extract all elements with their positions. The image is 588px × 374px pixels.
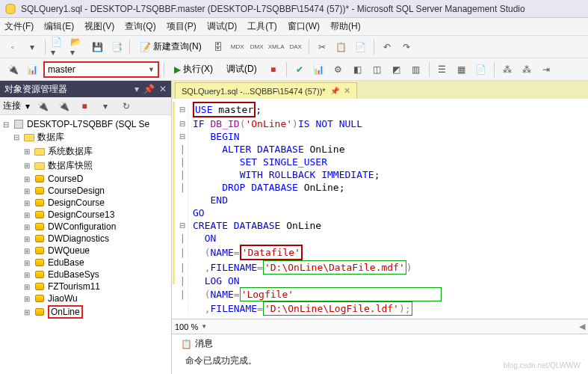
db-node[interactable]: ⊞JiaoWu (1, 292, 170, 304)
separator (374, 40, 374, 55)
db-node[interactable]: ⊞FZTourism11 (1, 280, 170, 292)
separator (129, 40, 130, 55)
system-db-folder[interactable]: ⊞ 系统数据库 (1, 144, 170, 159)
menu-tools[interactable]: 工具(T) (247, 20, 276, 33)
save-all-button[interactable]: 📑 (108, 39, 125, 55)
results-grid-button[interactable]: ▦ (454, 61, 470, 78)
pin-icon[interactable]: 📌 (330, 87, 339, 95)
connect-icon[interactable]: 🔌 (34, 98, 51, 114)
object-tree[interactable]: ⊟ DESKTOP-L7SQBBF (SQL Se ⊟ 数据库 ⊞ 系统数据库 … (0, 115, 171, 374)
undo-button[interactable]: ↶ (379, 39, 395, 55)
xmla-button[interactable]: XMLA (268, 39, 285, 55)
save-button[interactable]: 💾 (89, 39, 105, 55)
scroll-left-icon[interactable]: ◀ (579, 322, 585, 331)
databases-folder[interactable]: ⊟ 数据库 (1, 130, 170, 144)
change-connection-button[interactable]: 🔌 (4, 61, 21, 78)
separator (494, 62, 495, 77)
db-node[interactable]: ⊞DesignCourse (1, 197, 170, 209)
menu-help[interactable]: 帮助(H) (330, 20, 361, 33)
intellisense-button[interactable]: ◧ (350, 61, 366, 78)
redo-button[interactable]: ↷ (398, 39, 415, 55)
menu-window[interactable]: 窗口(W) (288, 20, 320, 33)
menu-view[interactable]: 视图(V) (84, 20, 114, 33)
window-titlebar: SQLQuery1.sql - DESKTOP-L7SQBBF.master (… (0, 0, 588, 18)
server-node[interactable]: ⊟ DESKTOP-L7SQBBF (SQL Se (1, 118, 170, 130)
editor-tab-strip: SQLQuery1.sql -...SQBBF\15474 (57))* 📌 ✕ (172, 81, 588, 99)
object-explorer-panel: 对象资源管理器 ▾ 📌 ✕ 连接▾ 🔌 🔌 ■ ▾ ↻ ⊟ DESKTOP-L7… (0, 81, 172, 374)
database-selector[interactable]: master ▼ (43, 61, 159, 78)
db-node[interactable]: ⊞DWQueue (1, 245, 170, 257)
zoom-dropdown-icon[interactable]: ▼ (201, 323, 207, 330)
paste-button[interactable]: 📄 (353, 39, 369, 55)
zoom-value[interactable]: 100 % (175, 322, 198, 331)
execute-button[interactable]: ▶ 执行(X) (169, 61, 218, 78)
object-explorer-title: 对象资源管理器 (4, 83, 67, 96)
close-icon[interactable]: ✕ (344, 86, 350, 96)
uncomment-button[interactable]: ⁂ (519, 61, 535, 78)
close-icon[interactable]: ✕ (159, 84, 167, 94)
live-stats-button[interactable]: ◩ (389, 61, 405, 78)
db-node[interactable]: ⊞DWDiagnostics (1, 233, 170, 245)
dropdown-icon[interactable]: ▾ (134, 84, 139, 94)
query-options-button[interactable]: ⚙ (330, 61, 347, 78)
separator (45, 40, 46, 55)
db-node[interactable]: ⊞DesignCourse13 (1, 209, 170, 221)
disconnect-icon[interactable]: 🔌 (55, 98, 72, 114)
new-query-button[interactable]: 📝 新建查询(N) (134, 39, 207, 55)
db-node-online[interactable]: ⊞OnLine (1, 304, 170, 319)
db-engine-query-button[interactable]: 🗄 (210, 39, 226, 55)
toolbar-main: ◦ ▾ 📄▾ 📂▾ 💾 📑 📝 新建查询(N) 🗄 MDX DMX XMLA D… (0, 36, 588, 58)
results-text-button[interactable]: ☰ (434, 61, 451, 78)
chevron-down-icon: ▼ (148, 66, 155, 73)
nav-fwd-button[interactable]: ▾ (24, 39, 40, 55)
menu-debug[interactable]: 调试(D) (207, 20, 238, 33)
db-node[interactable]: ⊞EduBase (1, 257, 170, 269)
separator (309, 40, 309, 55)
menu-file[interactable]: 文件(F) (4, 20, 34, 33)
separator (164, 62, 164, 77)
messages-tab-label: 消息 (195, 337, 213, 350)
results-file-button[interactable]: 📄 (473, 61, 489, 78)
new-button[interactable]: 📄▾ (50, 39, 66, 55)
client-stats-button[interactable]: ▥ (408, 61, 424, 78)
object-explorer-toolbar: 连接▾ 🔌 🔌 ■ ▾ ↻ (0, 97, 171, 115)
separator (429, 62, 430, 77)
stop-button[interactable]: ■ (265, 61, 282, 78)
filter-icon[interactable]: ▾ (97, 98, 114, 114)
indent-button[interactable]: ⇥ (538, 61, 554, 78)
connect-label[interactable]: 连接 (3, 99, 21, 112)
stop-icon[interactable]: ■ (76, 98, 93, 114)
copy-button[interactable]: 📋 (333, 39, 350, 55)
object-explorer-header: 对象资源管理器 ▾ 📌 ✕ (0, 81, 171, 97)
menu-query[interactable]: 查询(Q) (125, 20, 155, 33)
messages-tab[interactable]: 📋 消息 (176, 336, 217, 352)
include-plan-button[interactable]: ◫ (369, 61, 386, 78)
modified-margin (173, 102, 175, 284)
editor-tab[interactable]: SQLQuery1.sql -...SQBBF\15474 (57))* 📌 ✕ (175, 82, 357, 99)
mdx-button[interactable]: MDX (229, 39, 246, 55)
toolbar-sql: 🔌 📊 master ▼ ▶ 执行(X) 调试(D) ■ ✔ 📊 ⚙ ◧ ◫ ◩… (0, 58, 588, 81)
db-snapshot-folder[interactable]: ⊞ 数据库快照 (1, 159, 170, 173)
refresh-icon[interactable]: ↻ (118, 98, 134, 114)
db-node[interactable]: ⊞CourseD (1, 173, 170, 185)
debug-button[interactable]: 调试(D) (221, 61, 262, 78)
watermark: blog.csdn.net/QLWWW (504, 361, 581, 370)
menu-edit[interactable]: 编辑(E) (44, 20, 74, 33)
db-node[interactable]: ⊞DWConfiguration (1, 221, 170, 233)
pin-icon[interactable]: 📌 (143, 84, 155, 94)
dax-button[interactable]: DAX (288, 39, 304, 55)
editor-area: SQLQuery1.sql -...SQBBF\15474 (57))* 📌 ✕… (172, 81, 588, 374)
code-editor[interactable]: ⊟USE master; ⊟IF DB_ID('OnLine')IS NOT N… (172, 99, 588, 319)
db-node[interactable]: ⊞EduBaseSys (1, 269, 170, 280)
dmx-button[interactable]: DMX (249, 39, 265, 55)
cut-button[interactable]: ✂ (314, 39, 330, 55)
menu-project[interactable]: 项目(P) (167, 20, 196, 33)
db-node[interactable]: ⊞CourseDesign (1, 185, 170, 197)
available-db-button[interactable]: 📊 (24, 61, 40, 78)
messages-icon: 📋 (181, 339, 192, 349)
nav-back-button[interactable]: ◦ (4, 39, 21, 55)
parse-button[interactable]: ✔ (291, 61, 308, 78)
comment-button[interactable]: ⁂ (499, 61, 516, 78)
open-button[interactable]: 📂▾ (69, 39, 86, 55)
display-plan-button[interactable]: 📊 (311, 61, 327, 78)
